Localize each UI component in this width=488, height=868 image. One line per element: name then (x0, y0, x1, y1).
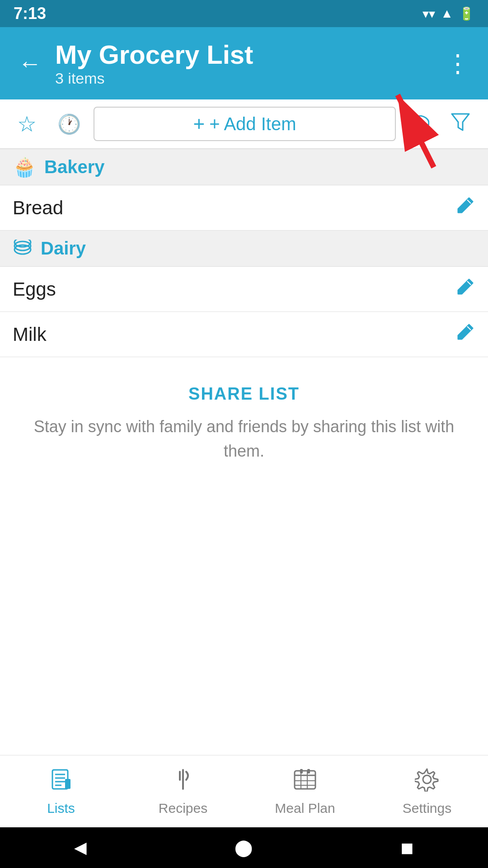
battery-icon: 🔋 (459, 6, 474, 21)
dairy-label: Dairy (41, 238, 86, 259)
system-home-button[interactable]: ⬤ (235, 838, 253, 857)
overflow-menu-button[interactable]: ⋮ (441, 47, 474, 80)
share-section: SHARE LIST Stay in sync with family and … (0, 357, 488, 481)
system-recents-button[interactable]: ◼ (400, 838, 414, 857)
nav-settings-label: Settings (403, 801, 451, 816)
eye-button[interactable] (400, 108, 437, 140)
nav-item-lists[interactable]: Lists (0, 755, 122, 827)
svg-point-3 (416, 120, 422, 126)
app-bar-subtitle: 3 items (55, 70, 432, 87)
plus-icon: + (193, 113, 205, 135)
bakery-icon: 🧁 (13, 156, 36, 178)
status-time: 7:13 (14, 4, 46, 23)
share-list-button[interactable]: SHARE LIST (188, 384, 300, 404)
list-item-milk: Milk (0, 312, 488, 357)
nav-lists-label: Lists (47, 801, 75, 816)
svg-rect-25 (300, 769, 303, 774)
nav-mealplan-label: Meal Plan (275, 801, 335, 816)
system-nav: ◀ ⬤ ◼ (0, 827, 488, 868)
recipes-icon (171, 767, 195, 797)
settings-icon (415, 767, 439, 797)
list-item-bread: Bread (0, 185, 488, 231)
bakery-label: Bakery (44, 157, 104, 177)
milk-text: Milk (13, 324, 455, 345)
svg-point-2 (409, 116, 429, 130)
toolbar: ☆ 🕐 + + Add Item (0, 99, 488, 149)
list-item-eggs: Eggs (0, 267, 488, 312)
svg-rect-19 (295, 771, 315, 789)
edit-eggs-button[interactable] (455, 277, 475, 302)
bread-text: Bread (13, 197, 455, 219)
category-bakery: 🧁 Bakery (0, 149, 488, 185)
history-button[interactable]: 🕐 (49, 108, 89, 140)
category-dairy: Dairy (0, 231, 488, 267)
edit-bread-button[interactable] (455, 195, 475, 220)
nav-recipes-label: Recipes (159, 801, 207, 816)
mealplan-icon (293, 767, 317, 797)
add-item-button[interactable]: + + Add Item (94, 107, 396, 141)
nav-item-settings[interactable]: Settings (366, 755, 488, 827)
add-item-label: + Add Item (209, 114, 296, 134)
svg-marker-4 (452, 114, 469, 130)
app-bar-title: My Grocery List (55, 39, 432, 70)
system-back-button[interactable]: ◀ (74, 838, 87, 857)
svg-rect-16 (65, 779, 70, 789)
filter-button[interactable] (442, 107, 479, 141)
star-button[interactable]: ☆ (9, 107, 45, 141)
signal-icon: ▲ (441, 6, 453, 21)
dairy-icon (13, 238, 33, 259)
svg-point-27 (423, 775, 431, 783)
status-icons: ▾▾ ▲ 🔋 (422, 6, 474, 21)
app-bar: ← My Grocery List 3 items ⋮ (0, 27, 488, 99)
share-description: Stay in sync with family and friends by … (18, 415, 470, 463)
svg-rect-26 (307, 769, 310, 774)
wifi-icon: ▾▾ (422, 6, 435, 21)
edit-milk-button[interactable] (455, 322, 475, 347)
nav-item-recipes[interactable]: Recipes (122, 755, 244, 827)
back-button[interactable]: ← (14, 45, 46, 81)
nav-item-mealplan[interactable]: Meal Plan (244, 755, 366, 827)
lists-icon (49, 767, 73, 797)
app-bar-title-group: My Grocery List 3 items (55, 39, 432, 87)
eggs-text: Eggs (13, 278, 455, 300)
status-bar: 7:13 ▾▾ ▲ 🔋 (0, 0, 488, 27)
bottom-nav: Lists Recipes Meal Plan (0, 755, 488, 827)
